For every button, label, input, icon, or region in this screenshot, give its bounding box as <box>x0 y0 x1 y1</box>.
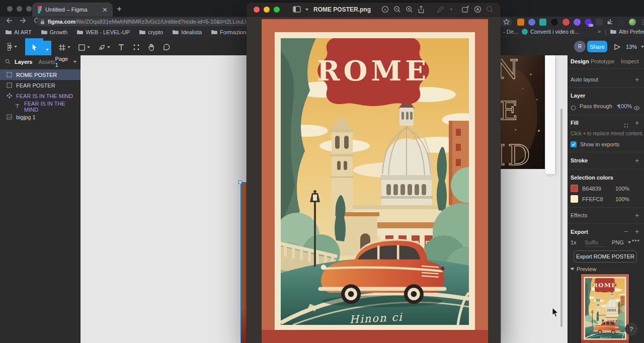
stroke-add-icon[interactable]: + <box>635 157 639 164</box>
preview-disclosure[interactable]: Preview <box>571 266 596 272</box>
bookmark-folder[interactable]: Formazione <box>211 29 249 35</box>
chevron-down-icon <box>67 46 70 48</box>
extension-icon[interactable] <box>618 19 625 26</box>
layer-row-component[interactable]: FEAR IS IN THE MIND <box>0 91 80 101</box>
zoom-select[interactable]: 13% <box>626 41 644 52</box>
checkbox-checked-icon[interactable] <box>571 141 577 147</box>
close-icon[interactable] <box>254 7 260 13</box>
browser-menu-icon[interactable]: ⋮ <box>640 19 644 26</box>
canvas-scrollbar[interactable] <box>560 109 562 327</box>
window-controls[interactable] <box>7 5 36 14</box>
layer-opacity-value[interactable]: 100% <box>618 103 632 109</box>
extension-icon[interactable] <box>596 19 603 26</box>
color-hex[interactable]: FFEFC8 <box>582 196 611 202</box>
help-button[interactable]: ? <box>625 323 637 335</box>
tab-close-icon[interactable]: ✕ <box>101 6 109 14</box>
tab-layers[interactable]: Layers <box>15 59 32 65</box>
auto-layout-add-icon[interactable]: + <box>635 76 639 83</box>
window-close-icon[interactable] <box>7 6 13 12</box>
zoom-in-icon[interactable] <box>403 6 415 13</box>
color-opacity[interactable]: 100% <box>615 196 629 202</box>
extension-icon[interactable] <box>562 19 570 26</box>
color-hex[interactable]: B64839 <box>582 186 611 192</box>
minimize-icon[interactable] <box>264 7 270 13</box>
share-icon[interactable] <box>415 6 427 14</box>
extensions-puzzle-icon[interactable] <box>607 19 614 26</box>
present-button[interactable] <box>614 43 621 52</box>
bookmark-folder[interactable]: Growth <box>41 29 67 35</box>
color-swatch[interactable] <box>571 185 578 192</box>
bookmark-folder[interactable]: AI ART <box>5 29 32 35</box>
info-icon[interactable] <box>379 6 391 13</box>
comment-tool[interactable] <box>160 38 173 56</box>
fill-add-icon[interactable]: + <box>635 119 639 126</box>
hand-tool[interactable] <box>145 38 157 56</box>
figma-main-menu[interactable] <box>3 38 20 55</box>
rotate-icon[interactable] <box>459 6 471 13</box>
visibility-eye-icon[interactable] <box>633 104 640 113</box>
pen-tool[interactable] <box>96 39 113 56</box>
extension-icon-with-badge[interactable]: 18 <box>585 19 592 26</box>
zoom-window-icon[interactable] <box>274 7 280 13</box>
blend-mode-select[interactable]: Pass through <box>580 103 620 109</box>
browser-tab[interactable]: Untitled – Figma ✕ <box>32 3 113 17</box>
export-more-icon[interactable]: ••• <box>632 237 640 244</box>
frame-tool[interactable] <box>56 39 73 56</box>
window-zoom-icon[interactable] <box>26 6 32 12</box>
profile-avatar[interactable] <box>629 19 636 26</box>
layer-row-rome-poster[interactable]: ROME POSTER <box>0 69 80 80</box>
selection-handle[interactable] <box>238 181 242 184</box>
page-selector[interactable]: Page 1 <box>55 56 77 68</box>
sidebar-toggle[interactable] <box>293 6 308 13</box>
zoom-out-icon[interactable] <box>391 6 403 13</box>
tab-prototype[interactable]: Prototype <box>591 58 614 64</box>
export-scale[interactable]: 1x <box>571 239 577 245</box>
resources-tool[interactable] <box>130 38 143 56</box>
back-icon[interactable] <box>6 18 13 24</box>
extension-icon[interactable] <box>539 19 546 26</box>
bookmark-folder[interactable]: Idealista <box>172 29 202 35</box>
export-button[interactable]: Export ROME POSTER <box>574 250 637 263</box>
layer-row-fear-poster[interactable]: FEAR POSTER <box>0 80 80 91</box>
fill-styles-icon[interactable] <box>624 121 628 130</box>
color-opacity[interactable]: 100% <box>615 186 629 192</box>
layer-row-image[interactable]: bigjpg 1 <box>0 112 80 122</box>
text-tool[interactable] <box>115 39 127 56</box>
annotate-icon[interactable] <box>471 6 484 13</box>
shape-tool[interactable] <box>75 39 93 56</box>
preview-window-titlebar[interactable]: ROME POSTER.png <box>247 3 501 17</box>
bookmark-folder[interactable]: WEB - LEVEL-UP <box>76 29 130 35</box>
search-icon[interactable] <box>5 59 11 65</box>
export-add-icon[interactable]: + <box>635 228 639 235</box>
tab-design[interactable]: Design <box>571 58 589 64</box>
search-icon[interactable] <box>484 6 496 13</box>
show-in-exports-row[interactable]: Show in exports <box>571 141 619 147</box>
color-swatch[interactable] <box>571 195 578 203</box>
user-avatar[interactable]: R <box>574 41 586 52</box>
extension-icon[interactable] <box>550 18 558 26</box>
extension-icon[interactable] <box>574 19 581 26</box>
tab-assets[interactable]: Assets <box>38 59 55 65</box>
layer-row-text[interactable]: FEAR IS IN THE MIND <box>0 101 80 112</box>
other-bookmarks-folder[interactable]: Altri Preferiti <box>610 29 644 35</box>
blend-mode-icon[interactable] <box>571 104 576 113</box>
move-tool[interactable] <box>25 38 43 56</box>
tab-inspect[interactable]: Inspect <box>621 58 638 64</box>
fear-poster-frame[interactable] <box>545 55 555 174</box>
effects-add-icon[interactable]: + <box>635 212 639 219</box>
export-remove-icon[interactable]: − <box>624 228 628 235</box>
bookmarks-overflow-icon[interactable]: » <box>598 28 601 34</box>
forward-icon[interactable] <box>20 18 26 24</box>
fear-poster-object[interactable]: N E ID <box>501 55 545 169</box>
new-tab-button[interactable]: + <box>117 5 122 13</box>
extension-icon[interactable] <box>528 19 535 26</box>
bookmark-item-converti[interactable]: Converti i video di... <box>522 29 579 35</box>
bookmark-star-icon[interactable] <box>503 18 510 27</box>
export-format-select[interactable]: PNG <box>612 239 631 245</box>
share-button[interactable]: Share <box>587 41 607 52</box>
bookmark-item-cut[interactable]: - De... <box>503 29 518 35</box>
bookmark-folder[interactable]: crypto <box>139 29 163 35</box>
extension-icon[interactable] <box>517 19 524 26</box>
window-minimize-icon[interactable] <box>17 6 22 12</box>
export-suffix-input[interactable] <box>585 238 607 247</box>
